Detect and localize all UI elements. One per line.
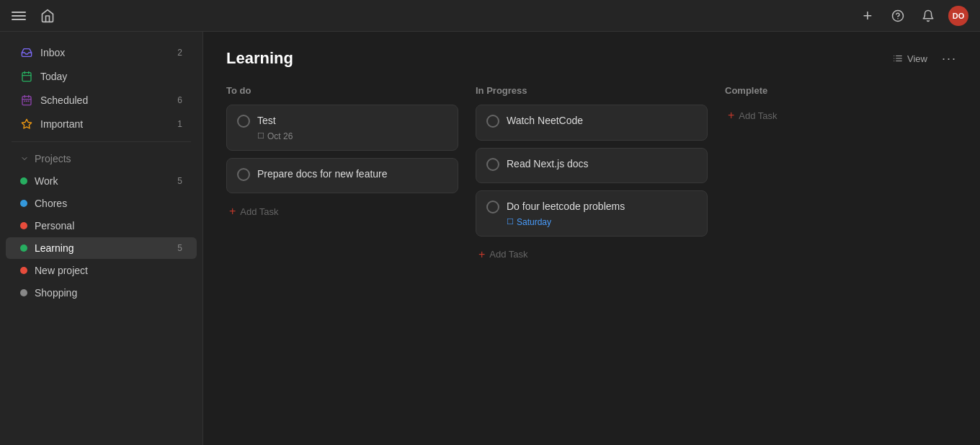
topbar-left [12,6,58,26]
sidebar-item-learning[interactable]: Learning 5 [6,237,197,259]
task-date-leetcode: ☐ Saturday [507,217,697,227]
avatar[interactable]: DO [948,6,968,26]
task-checkbox-read-nextjs[interactable] [486,158,499,171]
sidebar-item-scheduled[interactable]: Scheduled 6 [6,89,197,112]
sidebar-learning-badge: 5 [177,243,182,253]
work-dot [20,177,27,185]
calendar-icon-test: ☐ [257,131,264,141]
column-inprogress: In Progress Watch NeetCode Read Next.js … [476,85,708,265]
task-checkbox-test[interactable] [237,115,250,128]
sidebar-item-important[interactable]: Important 1 [6,113,197,136]
task-content-watch-neetcode: Watch NeetCode [507,114,697,131]
add-task-inprogress-button[interactable]: + Add Task [476,244,708,265]
task-title-read-nextjs: Read Next.js docs [507,157,697,172]
task-date-value-leetcode: Saturday [517,217,551,227]
sidebar-important-badge: 1 [177,119,182,129]
add-task-complete-label: Add Task [739,110,777,121]
sidebar-item-personal[interactable]: Personal [6,215,197,237]
chores-dot [20,200,27,207]
sidebar-work-badge: 5 [177,176,182,186]
column-inprogress-header: In Progress [476,85,708,96]
task-date-value-test: Oct 26 [267,131,293,141]
sidebar-chores-label: Chores [35,198,175,209]
sidebar-today-label: Today [40,71,175,82]
task-card-leetcode[interactable]: Do four leetcode problems ☐ Saturday [476,190,708,237]
add-task-todo-label: Add Task [240,206,278,217]
view-label: View [907,53,927,64]
sidebar-item-new-project[interactable]: New project [6,260,197,281]
sidebar-personal-label: Personal [35,220,175,232]
learning-dot [20,244,27,252]
projects-header[interactable]: Projects [6,148,197,169]
column-todo: To do Test ☐ Oct 26 Prepare docs for n [226,85,458,222]
today-icon [20,70,33,83]
sidebar-divider [12,141,191,142]
add-icon-inprogress: + [478,248,485,261]
bell-icon[interactable] [918,6,938,26]
home-icon[interactable] [37,6,58,26]
content-header: Learning View ··· [226,49,957,68]
sidebar-new-project-label: New project [35,265,175,276]
main-layout: Inbox 2 Today [0,32,980,445]
topbar: + DO [0,0,980,32]
add-task-inprogress-label: Add Task [489,249,527,260]
task-checkbox-prepare-docs[interactable] [237,168,250,181]
sidebar: Inbox 2 Today [0,32,203,445]
personal-dot [20,222,27,229]
scheduled-icon [20,94,33,107]
add-icon-todo: + [229,205,236,218]
page-title: Learning [226,49,293,68]
task-card-test[interactable]: Test ☐ Oct 26 [226,105,458,151]
task-card-watch-neetcode[interactable]: Watch NeetCode [476,105,708,141]
task-card-read-nextjs[interactable]: Read Next.js docs [476,148,708,184]
sidebar-inbox-badge: 2 [177,48,182,58]
projects-label: Projects [35,153,71,164]
svg-marker-13 [22,119,31,128]
sidebar-inbox-label: Inbox [40,47,170,58]
help-icon[interactable] [888,6,908,26]
task-date-test: ☐ Oct 26 [257,131,447,141]
task-title-test: Test [257,114,447,128]
calendar-icon-leetcode: ☐ [507,217,514,226]
star-icon [20,118,33,131]
header-actions: View ··· [887,50,957,67]
inbox-icon [20,46,33,59]
sidebar-important-label: Important [40,118,170,130]
task-title-leetcode: Do four leetcode problems [507,200,697,214]
sidebar-scheduled-label: Scheduled [40,94,170,106]
sidebar-item-inbox[interactable]: Inbox 2 [6,41,197,64]
column-complete: Complete + Add Task [725,85,957,126]
sidebar-shopping-label: Shopping [35,287,175,299]
add-icon-complete: + [728,109,734,122]
sidebar-item-work[interactable]: Work 5 [6,170,197,192]
column-complete-header: Complete [725,85,957,96]
task-title-prepare-docs: Prepare docs for new feature [257,167,447,182]
task-title-watch-neetcode: Watch NeetCode [507,114,697,128]
sidebar-work-label: Work [35,175,170,187]
sidebar-scheduled-badge: 6 [177,95,182,105]
add-task-complete-button[interactable]: + Add Task [725,105,957,126]
content-area: Learning View ··· [203,32,980,445]
sidebar-learning-label: Learning [35,242,170,254]
task-content-read-nextjs: Read Next.js docs [507,157,697,175]
task-content-prepare-docs: Prepare docs for new feature [257,167,447,185]
view-button[interactable]: View [887,50,933,67]
sidebar-item-today[interactable]: Today [6,65,197,88]
svg-rect-2 [22,73,31,81]
kanban-board: To do Test ☐ Oct 26 Prepare docs for n [226,85,957,265]
shopping-dot [20,289,27,296]
task-checkbox-leetcode[interactable] [486,201,499,213]
more-options-button[interactable]: ··· [942,51,957,66]
task-checkbox-watch-neetcode[interactable] [486,115,499,128]
add-task-todo-button[interactable]: + Add Task [226,201,458,222]
sidebar-item-shopping[interactable]: Shopping [6,282,197,304]
task-card-prepare-docs[interactable]: Prepare docs for new feature [226,158,458,194]
column-todo-header: To do [226,85,458,96]
topbar-right: + DO [858,6,968,26]
sidebar-item-chores[interactable]: Chores [6,193,197,214]
add-icon[interactable]: + [858,6,878,26]
menu-icon[interactable] [12,9,26,23]
task-content-leetcode: Do four leetcode problems ☐ Saturday [507,200,697,227]
task-content-test: Test ☐ Oct 26 [257,114,447,141]
new-project-dot [20,267,27,274]
